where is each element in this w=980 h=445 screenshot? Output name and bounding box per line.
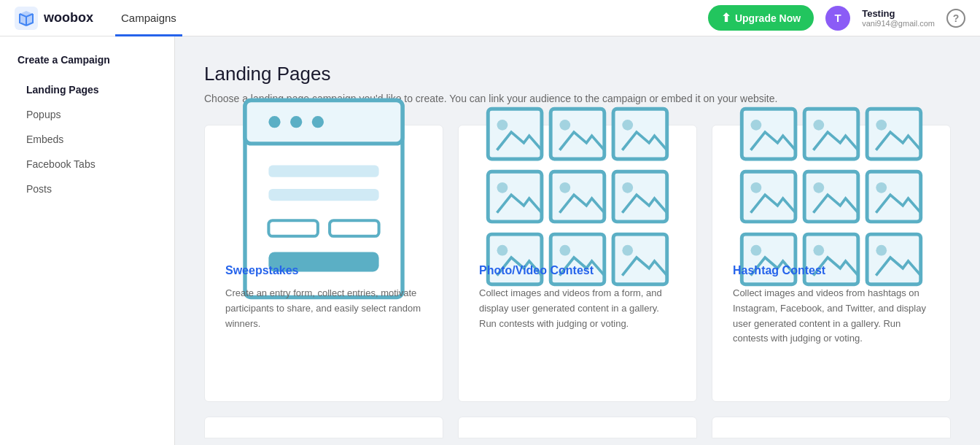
svg-point-34 — [876, 120, 887, 131]
svg-point-32 — [813, 120, 824, 131]
svg-point-28 — [622, 245, 633, 256]
woobox-logo-icon — [15, 7, 38, 30]
svg-point-20 — [559, 182, 570, 193]
sidebar-item-landing-pages[interactable]: Landing Pages — [0, 77, 174, 102]
main-content: Landing Pages Choose a landing page camp… — [175, 36, 980, 445]
svg-rect-6 — [268, 165, 378, 177]
avatar[interactable]: T — [825, 6, 850, 31]
sidebar-item-posts[interactable]: Posts — [0, 177, 174, 201]
sidebar: Create a Campaign Landing Pages Popups E… — [0, 36, 175, 445]
svg-point-30 — [751, 120, 762, 131]
cards-grid: Sweepstakes Create an entry form, collec… — [204, 125, 951, 402]
photo-video-icon-area — [479, 147, 676, 249]
hashtag-desc: Collect images and videos from hashtags … — [733, 286, 930, 347]
svg-rect-8 — [268, 220, 318, 236]
svg-point-26 — [559, 245, 570, 256]
header: woobox Campaigns ⬆ Upgrade Now T Testing… — [0, 0, 980, 36]
sidebar-heading: Create a Campaign — [0, 54, 174, 77]
svg-point-14 — [559, 120, 570, 131]
nav-campaigns[interactable]: Campaigns — [115, 1, 182, 36]
svg-point-40 — [876, 182, 887, 193]
card-hashtag[interactable]: Hashtag Contest Collect images and video… — [712, 125, 951, 402]
partial-card-3[interactable] — [712, 417, 951, 438]
cards-grid-bottom — [204, 417, 951, 438]
user-info: Testing vani914@gmail.com — [862, 8, 935, 28]
main-nav: Campaigns — [115, 12, 182, 25]
svg-point-22 — [622, 182, 633, 193]
card-photo-video[interactable]: Photo/Video Contest Collect images and v… — [458, 125, 697, 402]
layout: Create a Campaign Landing Pages Popups E… — [0, 36, 980, 445]
upgrade-icon: ⬆ — [721, 11, 731, 25]
svg-point-18 — [497, 182, 508, 193]
svg-rect-9 — [330, 220, 378, 236]
svg-point-12 — [497, 120, 508, 131]
svg-point-38 — [813, 182, 824, 193]
sweepstakes-icon-area — [225, 147, 422, 249]
svg-point-42 — [751, 245, 762, 256]
svg-point-5 — [312, 116, 324, 128]
hashtag-icon-area — [733, 147, 930, 249]
page-title: Landing Pages — [204, 63, 951, 85]
svg-point-24 — [497, 245, 508, 256]
photo-video-desc: Collect images and videos from a form, a… — [479, 286, 676, 331]
sidebar-item-embeds[interactable]: Embeds — [0, 127, 174, 152]
upgrade-button[interactable]: ⬆ Upgrade Now — [708, 5, 814, 31]
svg-point-3 — [268, 116, 280, 128]
svg-point-44 — [813, 245, 824, 256]
help-icon[interactable]: ? — [946, 9, 965, 28]
svg-point-16 — [622, 120, 633, 131]
svg-point-36 — [751, 182, 762, 193]
user-email: vani914@gmail.com — [862, 19, 935, 28]
logo-area: woobox — [15, 7, 93, 30]
svg-point-4 — [290, 116, 302, 128]
sidebar-item-facebook-tabs[interactable]: Facebook Tabs — [0, 152, 174, 177]
header-right: ⬆ Upgrade Now T Testing vani914@gmail.co… — [708, 5, 965, 31]
card-sweepstakes[interactable]: Sweepstakes Create an entry form, collec… — [204, 125, 443, 402]
svg-point-46 — [876, 245, 887, 256]
sweepstakes-desc: Create an entry form, collect entries, m… — [225, 286, 422, 331]
user-name: Testing — [862, 8, 935, 19]
logo-text: woobox — [44, 10, 93, 26]
sidebar-item-popups[interactable]: Popups — [0, 102, 174, 127]
partial-card-2[interactable] — [458, 417, 697, 438]
partial-card-1[interactable] — [204, 417, 443, 438]
svg-rect-7 — [268, 189, 378, 201]
